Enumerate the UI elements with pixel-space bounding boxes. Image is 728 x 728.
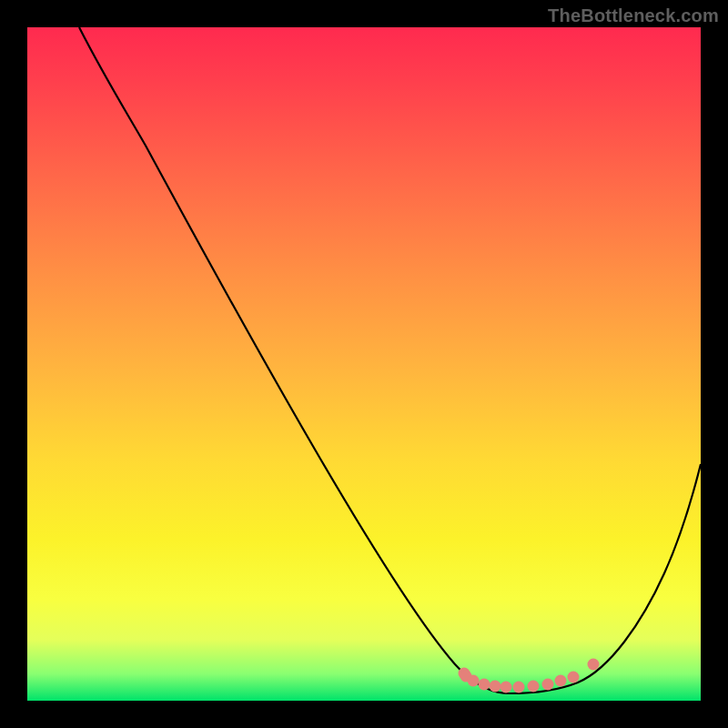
- valley-marker: [513, 682, 525, 693]
- valley-marker: [588, 659, 600, 671]
- valley-marker: [568, 672, 580, 683]
- valley-marker: [468, 675, 480, 687]
- valley-marker: [490, 681, 501, 693]
- bottleneck-curve: [79, 27, 701, 693]
- plot-area: [27, 27, 701, 701]
- valley-marker: [479, 679, 490, 691]
- curve-layer: [27, 27, 701, 701]
- watermark-text: TheBottleneck.com: [548, 5, 719, 26]
- valley-marker: [555, 675, 567, 687]
- valley-markers-group: [459, 659, 600, 693]
- valley-marker: [500, 682, 512, 693]
- chart-container: TheBottleneck.com: [0, 0, 728, 728]
- valley-marker: [542, 679, 554, 691]
- valley-marker: [528, 681, 540, 693]
